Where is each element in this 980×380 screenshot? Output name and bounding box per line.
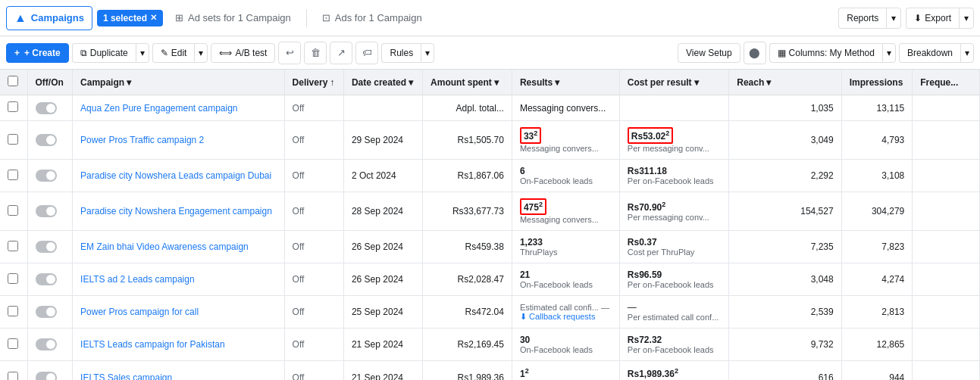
- campaign-name-link[interactable]: Paradise city Nowshera Engagement campai…: [80, 206, 272, 216]
- reports-button[interactable]: Reports: [838, 8, 886, 29]
- cost-value: Rs311.18: [628, 166, 667, 176]
- campaign-name-link[interactable]: Power Pros Traffic campaign 2: [80, 135, 204, 145]
- campaign-name-link[interactable]: IELTS Leads campaign for Pakistan: [80, 339, 225, 350]
- row-checkbox[interactable]: [8, 241, 18, 251]
- th-date-label: Date created: [352, 77, 406, 88]
- th-checkbox[interactable]: [0, 70, 27, 95]
- campaign-toggle[interactable]: [36, 306, 57, 318]
- results-sub: Messaging convers...: [520, 144, 612, 153]
- th-frequency: Freque...: [913, 70, 980, 95]
- row-checkbox[interactable]: [8, 134, 18, 145]
- row-amount-cell: Rs459.38: [423, 231, 512, 263]
- row-checkbox[interactable]: [8, 372, 18, 381]
- campaign-name-link[interactable]: IELTS ad 2 Leads campaign: [80, 274, 195, 285]
- edit-dropdown[interactable]: ▾: [194, 43, 208, 63]
- breakdown-button[interactable]: Breakdown: [899, 43, 960, 63]
- th-date-created[interactable]: Date created ▾: [343, 70, 422, 95]
- campaign-toggle[interactable]: [36, 205, 57, 217]
- campaign-toggle[interactable]: [36, 170, 57, 182]
- row-impressions-cell: 3,108: [841, 160, 913, 192]
- row-toggle-cell: [27, 192, 73, 231]
- row-amount-cell: Rs1,867.06: [423, 160, 512, 192]
- row-checkbox[interactable]: [8, 306, 18, 316]
- th-delivery[interactable]: Delivery ↑: [284, 70, 343, 95]
- edit-button[interactable]: ✎ Edit: [152, 43, 195, 63]
- duplicate-button[interactable]: ⧉ Duplicate: [72, 43, 136, 63]
- table-header-row: Off/On Campaign ▾ Delivery ↑ Date create: [0, 70, 980, 95]
- th-reach[interactable]: Reach ▾: [729, 70, 841, 95]
- row-date-cell: 21 Sep 2024: [343, 329, 422, 361]
- delivery-status: Off: [293, 241, 305, 252]
- amount-spent-value: Rs2,028.47: [458, 274, 504, 285]
- rules-button[interactable]: Rules: [381, 43, 421, 63]
- columns-dropdown[interactable]: ▾: [882, 43, 896, 63]
- ads-tab[interactable]: ⊡ Ads for 1 Campaign: [315, 8, 430, 28]
- row-frequency-cell: [913, 160, 980, 192]
- row-checkbox-cell: [0, 160, 27, 192]
- rules-dropdown[interactable]: ▾: [421, 43, 434, 63]
- export-dropdown[interactable]: ▾: [959, 8, 974, 29]
- campaign-name-link[interactable]: Power Pros campaign for call: [80, 307, 199, 317]
- reports-dropdown[interactable]: ▾: [886, 8, 901, 29]
- row-checkbox[interactable]: [8, 338, 18, 349]
- th-impressions[interactable]: Impressions: [841, 70, 913, 95]
- breakdown-dropdown[interactable]: ▾: [960, 43, 974, 63]
- table-row: IELTS ad 2 Leads campaignOff26 Sep 2024R…: [0, 263, 980, 296]
- delete-button[interactable]: 🗑: [304, 42, 327, 64]
- th-campaign[interactable]: Campaign ▾: [73, 70, 285, 95]
- adsets-tab[interactable]: ⊞ Ad sets for 1 Campaign: [168, 8, 299, 28]
- tag-button[interactable]: 🏷: [355, 42, 378, 64]
- campaign-name-link[interactable]: Aqua Zen Pure Engagement campaign: [80, 103, 237, 114]
- row-toggle-cell: [27, 329, 73, 361]
- campaign-name-link[interactable]: EM Zain bhai Video Awareness campaign: [80, 241, 249, 252]
- delivery-status: Off: [293, 307, 305, 317]
- row-reach-cell: 3,048: [729, 263, 841, 296]
- share-button[interactable]: ↗: [330, 42, 352, 64]
- columns-button[interactable]: ▦ Columns: My Method: [769, 43, 882, 63]
- table-row: IELTS Sales campaignOff21 Sep 2024Rs1,98…: [0, 361, 980, 381]
- campaign-toggle[interactable]: [36, 273, 57, 285]
- th-results[interactable]: Results ▾: [512, 70, 619, 95]
- selected-badge[interactable]: 1 selected ✕: [97, 10, 163, 26]
- row-checkbox-cell: [0, 121, 27, 160]
- th-impressions-label: Impressions: [850, 77, 903, 88]
- reach-value: 3,048: [811, 274, 834, 285]
- row-checkbox[interactable]: [8, 170, 18, 180]
- cost-sub: Per on-Facebook leads: [628, 280, 721, 289]
- campaign-name-link[interactable]: Paradise city Nowshera Leads campaign Du…: [80, 170, 271, 181]
- row-impressions-cell: 944: [841, 361, 913, 381]
- select-all-checkbox[interactable]: [8, 76, 18, 86]
- campaign-toggle[interactable]: [36, 241, 57, 253]
- ab-test-button[interactable]: ⟺ A/B test: [211, 43, 275, 63]
- delivery-sort-icon: ↑: [330, 77, 334, 88]
- date-created-value: 25 Sep 2024: [352, 307, 403, 317]
- impressions-value: 7,823: [881, 241, 904, 252]
- table-body: Aqua Zen Pure Engagement campaignOffAdpl…: [0, 95, 980, 381]
- campaign-toggle[interactable]: [36, 338, 57, 350]
- th-amount-spent[interactable]: Amount spent ▾: [423, 70, 512, 95]
- duplicate-dropdown[interactable]: ▾: [136, 43, 149, 63]
- view-toggle-button[interactable]: ⬤: [744, 42, 766, 64]
- campaign-toggle[interactable]: [36, 134, 57, 146]
- row-checkbox[interactable]: [8, 101, 18, 112]
- campaigns-button[interactable]: ▲ Campaigns: [6, 6, 92, 30]
- create-button[interactable]: + + Create: [6, 43, 69, 63]
- close-icon[interactable]: ✕: [150, 13, 157, 23]
- cost-value: Rs1,989.362: [628, 369, 678, 379]
- campaign-toggle[interactable]: [36, 372, 57, 380]
- amount-sort-icon: ▾: [494, 77, 499, 88]
- amount-spent-value: Adpl. total...: [456, 103, 504, 114]
- row-checkbox[interactable]: [8, 205, 18, 216]
- campaign-toggle[interactable]: [36, 102, 57, 114]
- impressions-value: 2,813: [881, 307, 904, 317]
- row-results-cell: 1,233ThruPlays: [512, 231, 619, 263]
- undo-button[interactable]: ↩: [278, 42, 301, 64]
- results-value: Estimated call confi... —: [520, 303, 612, 312]
- row-checkbox[interactable]: [8, 273, 18, 284]
- th-cost-per-result[interactable]: Cost per result ▾: [619, 70, 728, 95]
- delivery-status: Off: [293, 274, 305, 285]
- th-frequency-label: Freque...: [920, 77, 958, 88]
- export-button[interactable]: ⬇ Export: [906, 8, 959, 29]
- campaign-name-link[interactable]: IELTS Sales campaign: [80, 372, 172, 380]
- view-setup-button[interactable]: View Setup: [678, 43, 740, 63]
